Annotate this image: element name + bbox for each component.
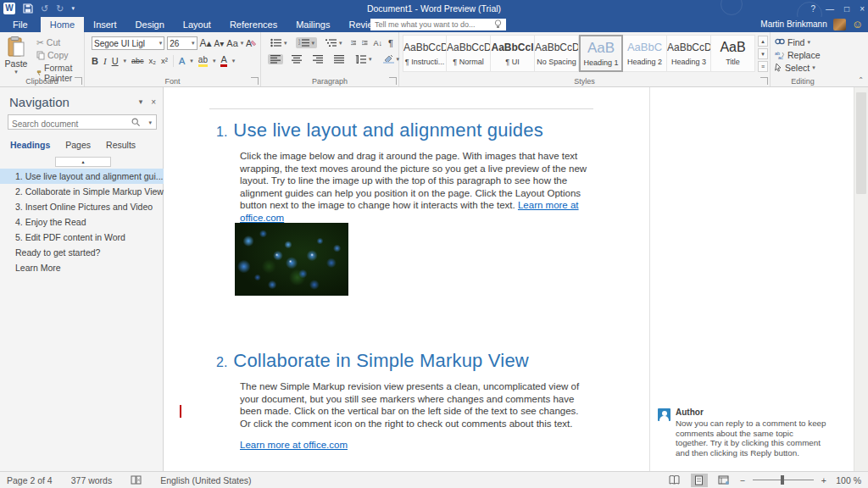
page-indicator[interactable]: Page 2 of 4 <box>7 475 53 485</box>
maximize-icon[interactable]: □ <box>844 4 849 14</box>
style-heading1[interactable]: AaB Heading 1 <box>579 35 623 72</box>
shrink-font-icon[interactable]: A▾ <box>214 39 225 48</box>
font-color-dropdown-icon[interactable]: ▾ <box>232 58 236 64</box>
clear-formatting-icon[interactable]: A <box>246 38 257 48</box>
style-instruction[interactable]: AaBbCcD ¶ Instructi... <box>403 35 447 72</box>
style-heading2[interactable]: AaBbC Heading 2 <box>623 35 667 72</box>
user-avatar[interactable] <box>833 19 846 30</box>
collapse-ribbon-icon[interactable]: ⌃ <box>858 76 864 84</box>
numbering-button[interactable]: 12▾ <box>296 37 318 48</box>
search-dropdown-icon[interactable]: ▾ <box>148 119 152 126</box>
nav-heading-item[interactable]: Ready to get started? <box>0 245 164 260</box>
multilevel-list-button[interactable]: ▾ <box>323 37 345 48</box>
nav-heading-item[interactable]: 3. Insert Online Pictures and Video <box>0 199 164 214</box>
read-mode-button[interactable] <box>666 474 683 487</box>
revision-change-bar[interactable] <box>180 405 181 418</box>
styles-more-icon[interactable]: ≡ <box>758 61 768 72</box>
align-left-button[interactable] <box>268 54 283 64</box>
clipboard-dialog-launcher[interactable] <box>75 77 82 85</box>
align-center-button[interactable] <box>289 54 304 64</box>
decrease-indent-icon[interactable] <box>351 38 357 47</box>
close-icon[interactable]: × <box>860 4 865 14</box>
style-no-spacing[interactable]: AaBbCcD No Spacing <box>535 35 579 72</box>
nav-close-icon[interactable]: × <box>151 97 156 107</box>
word-count[interactable]: 377 words <box>71 475 112 485</box>
user-name[interactable]: Martin Brinkmann <box>760 19 826 29</box>
sort-icon[interactable]: A↓ <box>374 39 383 47</box>
tab-mailings[interactable]: Mailings <box>287 17 339 32</box>
subscript-button[interactable]: x₂ <box>149 56 156 65</box>
nav-heading-item[interactable]: 2. Collaborate in Simple Markup View <box>0 184 164 199</box>
font-dialog-launcher[interactable] <box>251 77 259 85</box>
line-spacing-button[interactable]: ▾ <box>353 54 375 64</box>
cut-button[interactable]: ✂ Cut <box>34 36 82 48</box>
styles-scroll-up-icon[interactable]: ▴ <box>758 36 768 47</box>
highlight-color-button[interactable]: ab <box>198 55 208 67</box>
scrollbar-thumb[interactable] <box>856 92 866 194</box>
replace-button[interactable]: abac Replace <box>772 48 833 61</box>
nav-tab-headings[interactable]: Headings <box>10 140 50 150</box>
zoom-percentage[interactable]: 100 % <box>834 475 861 485</box>
paste-button[interactable]: Paste ▾ <box>2 35 31 75</box>
bold-button[interactable]: B <box>92 56 98 66</box>
style-heading3[interactable]: AaBbCcD Heading 3 <box>667 35 711 72</box>
styles-scroll-down-icon[interactable]: ▾ <box>758 48 768 59</box>
highlight-dropdown-icon[interactable]: ▾ <box>213 58 216 64</box>
select-button[interactable]: Select ▾ <box>772 61 833 74</box>
search-input[interactable] <box>8 118 119 130</box>
underline-dropdown-icon[interactable]: ▾ <box>124 58 127 64</box>
nav-tab-pages[interactable]: Pages <box>65 140 91 150</box>
italic-button[interactable]: I <box>103 56 107 66</box>
styles-dialog-launcher[interactable] <box>760 77 768 85</box>
document-canvas[interactable]: 1. Use live layout and alignment guides … <box>164 87 868 471</box>
tab-home[interactable]: Home <box>41 17 84 32</box>
style-ui[interactable]: AaBbCcI ¶ UI <box>491 35 535 72</box>
vertical-scrollbar[interactable] <box>854 87 868 471</box>
nav-collapse-button[interactable]: ▴ <box>55 157 111 167</box>
tab-layout[interactable]: Layout <box>174 17 220 32</box>
nav-heading-item[interactable]: 1. Use live layout and alignment gui... <box>0 169 164 184</box>
font-color-button[interactable]: A <box>220 54 226 67</box>
minimize-icon[interactable]: — <box>826 4 834 14</box>
nav-heading-item[interactable]: 5. Edit PDF content in Word <box>0 230 164 245</box>
find-button[interactable]: Find ▾ <box>772 36 833 48</box>
increase-indent-icon[interactable] <box>362 38 368 47</box>
text-effects-button[interactable]: A <box>179 56 185 66</box>
language-indicator[interactable]: English (United States) <box>160 475 251 485</box>
paste-dropdown-icon[interactable]: ▾ <box>2 69 31 75</box>
copy-button[interactable]: Copy <box>34 49 82 61</box>
search-icon[interactable] <box>131 118 141 127</box>
zoom-out-button[interactable]: − <box>740 475 745 485</box>
align-right-button[interactable] <box>310 54 326 64</box>
tab-insert[interactable]: Insert <box>84 17 126 32</box>
tab-design[interactable]: Design <box>126 17 174 32</box>
help-icon[interactable]: ? <box>811 4 816 14</box>
web-layout-button[interactable] <box>715 474 732 487</box>
zoom-slider[interactable] <box>753 480 814 480</box>
change-case-icon[interactable]: Aa <box>226 38 237 48</box>
text-effects-dropdown-icon[interactable]: ▾ <box>190 58 193 64</box>
underline-button[interactable]: U <box>112 56 119 66</box>
feedback-smiley-icon[interactable]: ☺ <box>852 19 863 30</box>
paragraph-dialog-launcher[interactable] <box>389 77 397 85</box>
superscript-button[interactable]: x² <box>161 56 168 65</box>
zoom-slider-thumb[interactable] <box>781 475 784 485</box>
tab-references[interactable]: References <box>220 17 287 32</box>
style-normal[interactable]: AaBbCcD ¶ Normal <box>447 35 491 72</box>
nav-options-dropdown-icon[interactable]: ▾ <box>139 97 143 107</box>
nav-heading-item[interactable]: 4. Enjoy the Read <box>0 214 164 230</box>
select-dropdown-icon[interactable]: ▾ <box>812 64 815 71</box>
nav-heading-item[interactable]: Learn More <box>0 260 164 275</box>
nav-tab-results[interactable]: Results <box>106 140 136 150</box>
show-marks-icon[interactable]: ¶ <box>388 38 393 48</box>
find-dropdown-icon[interactable]: ▾ <box>807 39 810 46</box>
bullets-button[interactable]: ▾ <box>268 37 290 48</box>
style-title[interactable]: AaB Title <box>711 35 755 72</box>
strikethrough-button[interactable]: abc <box>131 57 144 65</box>
zoom-in-button[interactable]: + <box>821 475 826 485</box>
print-layout-button[interactable] <box>691 474 708 487</box>
tell-me-input[interactable] <box>370 19 506 30</box>
tab-file[interactable]: File <box>0 17 41 32</box>
grow-font-icon[interactable]: A▴ <box>200 37 212 49</box>
office-link[interactable]: Learn more at office.com <box>240 440 348 450</box>
